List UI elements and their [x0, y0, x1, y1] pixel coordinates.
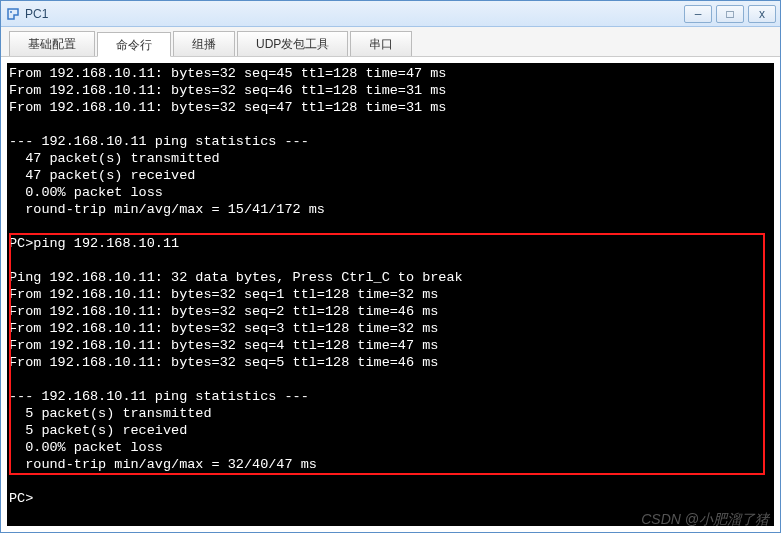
- window-title: PC1: [25, 7, 684, 21]
- tab-udp-tool[interactable]: UDP发包工具: [237, 31, 348, 56]
- titlebar[interactable]: PC1 – □ x: [1, 1, 780, 27]
- app-icon: [5, 6, 21, 22]
- terminal-output[interactable]: From 192.168.10.11: bytes=32 seq=45 ttl=…: [9, 65, 772, 507]
- close-button[interactable]: x: [748, 5, 776, 23]
- app-window: PC1 – □ x 基础配置 命令行 组播 UDP发包工具 串口 From 19…: [0, 0, 781, 533]
- watermark: CSDN @小肥溜了猪: [641, 511, 769, 529]
- tab-strip: 基础配置 命令行 组播 UDP发包工具 串口: [1, 27, 780, 57]
- minimize-button[interactable]: –: [684, 5, 712, 23]
- svg-point-0: [10, 11, 12, 13]
- tab-multicast[interactable]: 组播: [173, 31, 235, 56]
- tab-basic-config[interactable]: 基础配置: [9, 31, 95, 56]
- tab-cli[interactable]: 命令行: [97, 32, 171, 57]
- terminal-panel[interactable]: From 192.168.10.11: bytes=32 seq=45 ttl=…: [7, 63, 774, 526]
- maximize-button[interactable]: □: [716, 5, 744, 23]
- tab-serial[interactable]: 串口: [350, 31, 412, 56]
- window-controls: – □ x: [684, 5, 776, 23]
